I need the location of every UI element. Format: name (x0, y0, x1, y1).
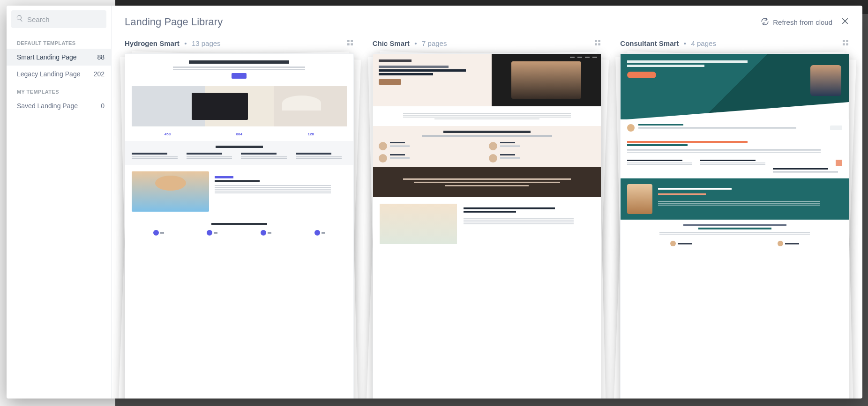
close-button[interactable] (841, 17, 849, 27)
svg-rect-0 (347, 40, 350, 42)
template-name: Hydrogen Smart (125, 39, 180, 47)
template-bullet: • (684, 39, 686, 47)
svg-rect-7 (599, 43, 601, 45)
sidebar-item-label: Smart Landing Page (17, 53, 77, 61)
svg-rect-5 (599, 40, 601, 42)
sidebar-item-count: 202 (94, 70, 105, 78)
library-main: Landing Page Library Refresh from cloud (112, 6, 862, 399)
template-bullet: • (414, 39, 417, 47)
grid-icon[interactable] (594, 39, 601, 48)
grid-icon[interactable] (842, 39, 849, 48)
template-bullet: • (184, 39, 187, 47)
svg-rect-11 (846, 43, 848, 45)
svg-rect-3 (351, 43, 353, 45)
refresh-button[interactable]: Refresh from cloud (761, 17, 832, 27)
svg-rect-4 (595, 40, 597, 42)
sidebar-item-count: 88 (97, 53, 105, 61)
svg-rect-9 (846, 40, 848, 42)
template-page-count: 7 pages (422, 39, 447, 47)
template-card-hydrogen: Hydrogen Smart • 13 pages (125, 38, 354, 399)
search-icon (16, 15, 23, 24)
template-page-count: 4 pages (691, 39, 716, 47)
library-sidebar: DEFAULT TEMPLATES Smart Landing Page 88 … (7, 6, 112, 399)
template-preview[interactable]: 453804128 (125, 53, 354, 399)
svg-rect-10 (843, 43, 845, 45)
refresh-icon (761, 17, 769, 27)
template-name: Consultant Smart (620, 39, 679, 47)
sidebar-item-count: 0 (101, 102, 105, 110)
template-grid-scroll[interactable]: Hydrogen Smart • 13 pages (112, 33, 862, 399)
search-field[interactable] (11, 10, 106, 28)
template-page-count: 13 pages (192, 39, 221, 47)
svg-rect-6 (595, 43, 597, 45)
page-title: Landing Page Library (125, 16, 223, 28)
close-icon (841, 19, 849, 27)
sidebar-item-saved-landing[interactable]: Saved Landing Page 0 (7, 97, 111, 114)
sidebar-item-label: Legacy Landing Page (17, 70, 80, 78)
sidebar-section-my: MY TEMPLATES (7, 82, 111, 97)
svg-rect-8 (843, 40, 845, 42)
sidebar-section-default: DEFAULT TEMPLATES (7, 34, 111, 49)
svg-rect-1 (351, 40, 353, 42)
svg-rect-2 (347, 43, 350, 45)
sidebar-item-label: Saved Landing Page (17, 102, 78, 110)
template-preview[interactable] (373, 53, 602, 399)
template-preview[interactable] (620, 53, 849, 399)
refresh-label: Refresh from cloud (773, 18, 832, 26)
grid-icon[interactable] (346, 39, 354, 48)
sidebar-item-smart-landing[interactable]: Smart Landing Page 88 (7, 49, 111, 66)
template-card-chic: Chic Smart • 7 pages (373, 38, 602, 399)
sidebar-item-legacy-landing[interactable]: Legacy Landing Page 202 (7, 66, 111, 82)
template-card-consultant: Consultant Smart • 4 pages (620, 38, 849, 399)
template-library-modal: DEFAULT TEMPLATES Smart Landing Page 88 … (7, 6, 862, 399)
template-name: Chic Smart (373, 39, 410, 47)
search-input[interactable] (27, 15, 102, 23)
